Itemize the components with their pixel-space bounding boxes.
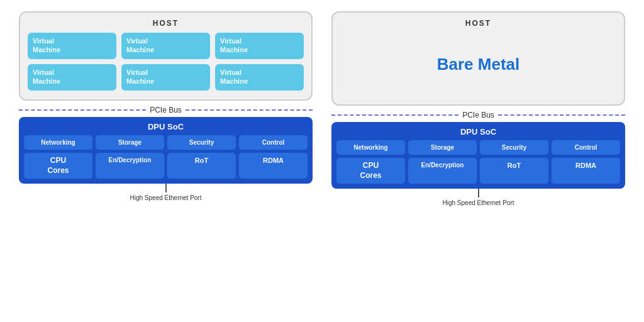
left-pcie-dash-left: [19, 109, 146, 111]
left-networking-cell: Networking: [24, 135, 92, 150]
right-host-box: HOST Bare Metal: [331, 11, 625, 106]
left-host-label: HOST: [28, 19, 304, 28]
left-diagram: HOST VirtualMachine VirtualMachine Virtu…: [19, 11, 313, 316]
right-pcie-label: PCIe Bus: [458, 111, 498, 119]
left-dpu-box: DPU SoC Networking Storage Security Cont…: [19, 117, 313, 184]
right-dpu-grid: Networking Storage Security Control CPUC…: [336, 140, 620, 184]
left-ethernet-area: High Speed Ethernet Port: [19, 184, 313, 202]
left-security-cell: Security: [167, 135, 236, 150]
left-vm-grid: VirtualMachine VirtualMachine VirtualMac…: [28, 33, 304, 91]
left-control-cell: Control: [239, 135, 308, 150]
left-pcie-dash-right: [186, 109, 313, 111]
list-item: VirtualMachine: [215, 33, 304, 59]
right-diagram: HOST Bare Metal PCIe Bus DPU SoC Network…: [331, 11, 625, 316]
right-dpu-title: DPU SoC: [336, 127, 620, 136]
right-cpu-cell: CPUCores: [336, 158, 405, 184]
left-eth-label: High Speed Ethernet Port: [130, 194, 202, 202]
list-item: VirtualMachine: [28, 33, 116, 59]
right-pcie-dash-left: [331, 114, 458, 116]
left-cpu-cell: CPUCores: [24, 153, 92, 179]
list-item: VirtualMachine: [28, 64, 116, 91]
right-eth-label: High Speed Ethernet Port: [443, 199, 514, 207]
right-pcie-row: PCIe Bus: [331, 111, 625, 119]
left-eth-line: [165, 184, 167, 192]
right-endecryption-cell: En/Decryption: [408, 158, 477, 184]
page-wrapper: HOST VirtualMachine VirtualMachine Virtu…: [0, 0, 644, 322]
list-item: VirtualMachine: [121, 64, 210, 91]
left-eth-port: High Speed Ethernet Port: [130, 184, 202, 202]
right-pcie-dash-right: [498, 114, 625, 116]
right-control-cell: Control: [552, 140, 620, 155]
right-rot-cell: RoT: [480, 158, 548, 184]
bare-metal-text: Bare Metal: [437, 55, 520, 74]
left-rot-cell: RoT: [167, 153, 236, 179]
right-networking-cell: Networking: [336, 140, 405, 155]
right-dpu-box: DPU SoC Networking Storage Security Cont…: [331, 122, 625, 189]
right-storage-cell: Storage: [408, 140, 477, 155]
left-rdma-cell: RDMA: [239, 153, 308, 179]
right-security-cell: Security: [480, 140, 548, 155]
left-endecryption-cell: En/Decryption: [96, 153, 164, 179]
list-item: VirtualMachine: [121, 33, 210, 59]
right-eth-line: [478, 189, 479, 197]
right-eth-port: High Speed Ethernet Port: [443, 189, 514, 207]
right-host-label: HOST: [340, 19, 616, 28]
left-pcie-label: PCIe Bus: [146, 106, 186, 114]
left-storage-cell: Storage: [96, 135, 164, 150]
right-ethernet-area: High Speed Ethernet Port: [331, 189, 625, 207]
right-rdma-cell: RDMA: [552, 158, 620, 184]
list-item: VirtualMachine: [215, 64, 304, 91]
left-dpu-title: DPU SoC: [24, 122, 308, 131]
bare-metal-box: Bare Metal: [340, 33, 616, 96]
left-dpu-grid: Networking Storage Security Control CPUC…: [24, 135, 308, 179]
left-host-box: HOST VirtualMachine VirtualMachine Virtu…: [19, 11, 313, 101]
left-pcie-row: PCIe Bus: [19, 106, 313, 114]
